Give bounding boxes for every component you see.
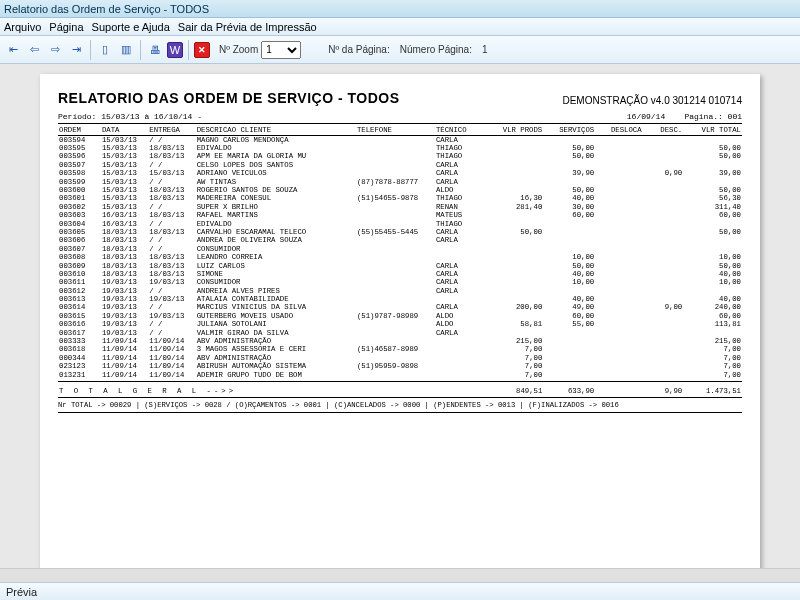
- cell-ordem: 003602: [58, 203, 101, 211]
- cell-prods: 58,81: [487, 320, 543, 328]
- table-row: 00034411/09/1411/09/14ABV ADMINISTRAÇÃO7…: [58, 354, 742, 362]
- cell-desl: [595, 295, 642, 303]
- cell-tot: [683, 161, 742, 169]
- cell-tecnico: CARLA: [435, 169, 487, 177]
- cell-data: 15/03/13: [101, 169, 148, 177]
- cell-telefone: [356, 203, 435, 211]
- cell-data: 19/03/13: [101, 278, 148, 286]
- cell-cliente: ABV ADMINISTRAÇÃO: [196, 354, 356, 362]
- cell-data: 11/09/14: [101, 354, 148, 362]
- cell-entrega: 18/03/13: [148, 262, 195, 270]
- menu-arquivo[interactable]: Arquivo: [4, 18, 41, 35]
- cell-telefone: [356, 287, 435, 295]
- toolbar: ⇤ ⇦ ⇨ ⇥ ▯ ▥ 🖶 W ✕ Nº Zoom 1 Nº da Página…: [0, 36, 800, 64]
- report-title: RELATORIO DAS ORDEM DE SERVIÇO - TODOS: [58, 90, 400, 106]
- cell-cliente: EDIVALDO: [196, 220, 356, 228]
- export-icon[interactable]: W: [167, 42, 183, 58]
- cell-tecnico: [435, 337, 487, 345]
- cell-prods: 281,40: [487, 203, 543, 211]
- col-total: VLR TOTAL: [683, 126, 742, 134]
- cell-cliente: 3 MAGOS ASSESSORIA E CERI: [196, 345, 356, 353]
- cell-tecnico: [435, 253, 487, 261]
- cell-tecnico: CARLA: [435, 270, 487, 278]
- cell-tot: [683, 136, 742, 144]
- close-preview-icon[interactable]: ✕: [194, 42, 210, 58]
- cell-tecnico: CARLA: [435, 278, 487, 286]
- page-field-label: Número Página:: [400, 44, 472, 55]
- table-row: 00361119/03/1319/03/13CONSUMIDORCARLA10,…: [58, 278, 742, 286]
- cell-ordem: 003597: [58, 161, 101, 169]
- cell-desl: [595, 220, 642, 228]
- menu-sair[interactable]: Sair da Prévia de Impressão: [178, 18, 317, 35]
- cell-serv: [543, 329, 595, 337]
- cell-ordem: 003605: [58, 228, 101, 236]
- col-telefone: TELEFONE: [356, 126, 435, 134]
- cell-data: 18/03/13: [101, 236, 148, 244]
- table-row: 00360518/03/1318/03/13CARVALHO ESCARAMAL…: [58, 228, 742, 236]
- cell-ordem: 003600: [58, 186, 101, 194]
- cell-serv: 60,00: [543, 211, 595, 219]
- cell-prods: [487, 270, 543, 278]
- cell-tot: 39,00: [683, 169, 742, 177]
- cell-ordem: 023123: [58, 362, 101, 370]
- cell-telefone: [356, 303, 435, 311]
- cell-tot: 50,00: [683, 152, 742, 160]
- separator: [140, 40, 141, 60]
- cell-serv: 10,00: [543, 253, 595, 261]
- page-label: Nº da Página:: [328, 44, 389, 55]
- cell-entrega: 18/03/13: [148, 194, 195, 202]
- cell-serv: [543, 245, 595, 253]
- print-icon[interactable]: 🖶: [146, 41, 164, 59]
- zoom-select[interactable]: 1: [261, 41, 301, 59]
- first-page-icon[interactable]: ⇤: [4, 41, 22, 59]
- last-page-icon[interactable]: ⇥: [67, 41, 85, 59]
- cell-serv: [543, 354, 595, 362]
- cell-data: 15/03/13: [101, 144, 148, 152]
- cell-data: 11/09/14: [101, 371, 148, 379]
- cell-tot: 215,00: [683, 337, 742, 345]
- cell-telefone: [356, 245, 435, 253]
- cell-tecnico: THIAGO: [435, 144, 487, 152]
- single-page-icon[interactable]: ▯: [96, 41, 114, 59]
- cell-prods: [487, 220, 543, 228]
- cell-ordem: 003610: [58, 270, 101, 278]
- cell-ordem: 003607: [58, 245, 101, 253]
- zoom-label: Nº Zoom: [219, 44, 258, 55]
- prev-page-icon[interactable]: ⇦: [25, 41, 43, 59]
- cell-telefone: [356, 337, 435, 345]
- menu-pagina[interactable]: Página: [49, 18, 83, 35]
- cell-cliente: CELSO LOPES DOS SANTOS: [196, 161, 356, 169]
- cell-entrega: 18/03/13: [148, 270, 195, 278]
- separator: [188, 40, 189, 60]
- cell-ordem: 003596: [58, 152, 101, 160]
- cell-desl: [595, 236, 642, 244]
- cell-data: 19/03/13: [101, 329, 148, 337]
- cell-desc: [643, 270, 684, 278]
- cell-serv: [543, 362, 595, 370]
- rule: [58, 123, 742, 124]
- cell-tot: 50,00: [683, 144, 742, 152]
- total-tot: 1.473,51: [683, 384, 742, 395]
- cell-desc: [643, 295, 684, 303]
- cell-telefone: (55)55455-5445: [356, 228, 435, 236]
- cell-ordem: 013231: [58, 371, 101, 379]
- cell-data: 15/03/13: [101, 186, 148, 194]
- cell-desl: [595, 278, 642, 286]
- cell-prods: [487, 211, 543, 219]
- cell-entrega: 19/03/13: [148, 278, 195, 286]
- cell-data: 19/03/13: [101, 312, 148, 320]
- cell-ordem: 003603: [58, 211, 101, 219]
- cell-data: 11/09/14: [101, 345, 148, 353]
- report-period: Período: 15/03/13 à 16/10/14 -: [58, 112, 202, 121]
- menu-suporte[interactable]: Suporte e Ajuda: [92, 18, 170, 35]
- horizontal-scrollbar[interactable]: [0, 568, 800, 582]
- cell-desc: [643, 253, 684, 261]
- cell-cliente: LEANDRO CORREIA: [196, 253, 356, 261]
- cell-desl: [595, 186, 642, 194]
- cell-tecnico: THIAGO: [435, 194, 487, 202]
- multi-page-icon[interactable]: ▥: [117, 41, 135, 59]
- table-row: 00360918/03/1318/03/13LUIZ CARLOSCARLA50…: [58, 262, 742, 270]
- cell-desc: [643, 278, 684, 286]
- next-page-icon[interactable]: ⇨: [46, 41, 64, 59]
- cell-desc: [643, 236, 684, 244]
